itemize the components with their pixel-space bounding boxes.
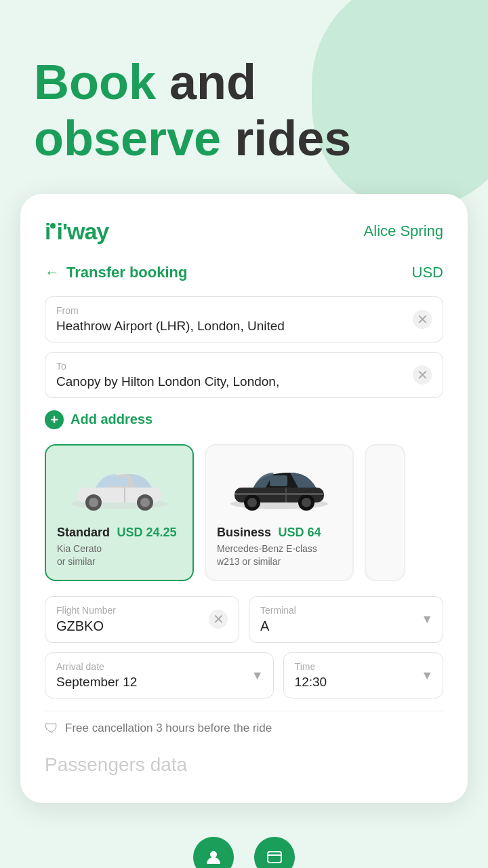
time-field[interactable]: Time 12:30 ▼: [283, 652, 443, 698]
vehicle-business-label: Business: [217, 526, 271, 539]
booking-bar: ← Transfer booking USD: [45, 264, 443, 281]
logo-way: i'way: [56, 218, 108, 245]
svg-rect-18: [268, 852, 281, 863]
svg-point-12: [247, 498, 257, 507]
hero-book: Book: [34, 55, 156, 109]
vehicle-img-standard: [57, 458, 182, 519]
hero-heading: Book and observe rides: [34, 54, 454, 167]
vehicle-price-business: USD 64: [279, 526, 321, 539]
to-value: Canopy by Hilton London City, London,: [56, 374, 432, 389]
date-dropdown-icon[interactable]: ▼: [251, 668, 264, 682]
svg-point-17: [210, 851, 217, 858]
terminal-value: A: [260, 618, 432, 634]
flight-row: Flight Number GZBKO ✕ Terminal A ▼: [45, 596, 443, 643]
cancellation-text: Free cancellation 3 hours before the rid…: [65, 722, 272, 735]
flight-number-field[interactable]: Flight Number GZBKO ✕: [45, 596, 239, 643]
shield-icon: 🛡: [45, 721, 58, 736]
to-input-group[interactable]: To Canopy by Hilton London City, London,…: [45, 352, 443, 398]
datetime-row: Arrival date September 12 ▼ Time 12:30 ▼: [45, 652, 443, 698]
back-arrow-icon: ←: [45, 264, 60, 281]
vehicle-price-standard: USD 24.25: [117, 526, 176, 539]
from-clear-button[interactable]: ✕: [413, 310, 432, 329]
bottom-btn-2[interactable]: [254, 837, 295, 868]
bottom-nav: [0, 830, 488, 868]
vehicle-type-standard: Standard USD 24.25: [57, 526, 182, 540]
currency-label[interactable]: USD: [412, 264, 443, 281]
time-label: Time: [295, 661, 432, 672]
hero-section: Book and observe rides: [0, 0, 488, 194]
passengers-data-label: Passengers data: [45, 754, 443, 776]
vehicle-card-partial[interactable]: [365, 444, 405, 581]
arrival-date-field[interactable]: Arrival date September 12 ▼: [45, 652, 274, 698]
logo-dot: [50, 223, 56, 229]
bottom-btn-1[interactable]: [193, 837, 234, 868]
flight-number-label: Flight Number: [56, 605, 228, 616]
logo-i: i: [45, 218, 50, 245]
from-value: Heathrow Airport (LHR), London, United: [56, 319, 432, 334]
from-input-group[interactable]: From Heathrow Airport (LHR), London, Uni…: [45, 296, 443, 342]
svg-rect-2: [111, 477, 127, 486]
add-address-button[interactable]: + Add address: [45, 410, 443, 429]
flight-number-value: GZBKO: [56, 618, 228, 634]
user-name[interactable]: Alice Spring: [364, 222, 443, 240]
vehicle-type-label: Standard: [57, 526, 110, 539]
car-black-svg: [225, 465, 333, 512]
terminal-label: Terminal: [260, 605, 432, 616]
transfer-booking-label: Transfer booking: [66, 264, 187, 281]
vehicle-card-business[interactable]: Business USD 64 Mercedes-Benz E-class w2…: [205, 444, 354, 581]
to-label: To: [56, 361, 432, 372]
time-dropdown-icon[interactable]: ▼: [421, 668, 433, 682]
terminal-field[interactable]: Terminal A ▼: [249, 596, 443, 643]
arrival-date-value: September 12: [56, 675, 262, 690]
svg-point-6: [140, 498, 150, 507]
app-card: ii'way Alice Spring ← Transfer booking U…: [20, 194, 468, 803]
car-white-svg: [65, 465, 174, 512]
vehicle-type-business: Business USD 64: [217, 526, 342, 540]
add-address-label: Add address: [70, 412, 152, 427]
cancellation-notice: 🛡 Free cancellation 3 hours before the r…: [45, 711, 443, 743]
vehicle-card-standard[interactable]: Standard USD 24.25 Kia Cerato or similar: [45, 444, 194, 581]
vehicle-model-standard: Kia Cerato or similar: [57, 542, 182, 569]
vehicle-img-business: [217, 458, 342, 519]
card-header: ii'way Alice Spring: [45, 218, 443, 245]
add-icon: +: [45, 410, 64, 429]
to-clear-button[interactable]: ✕: [413, 366, 432, 384]
svg-point-4: [89, 498, 98, 507]
back-link[interactable]: ← Transfer booking: [45, 264, 187, 281]
svg-rect-10: [270, 475, 287, 486]
from-label: From: [56, 305, 432, 316]
hero-rides: rides: [221, 111, 351, 165]
terminal-dropdown-icon[interactable]: ▼: [421, 612, 433, 627]
hero-observe: observe: [34, 111, 221, 165]
svg-rect-16: [235, 493, 324, 495]
vehicle-row: Standard USD 24.25 Kia Cerato or similar: [45, 444, 443, 581]
flight-clear-button[interactable]: ✕: [209, 610, 228, 629]
vehicle-model-business: Mercedes-Benz E-class w213 or similar: [217, 542, 342, 569]
arrival-date-label: Arrival date: [56, 661, 262, 672]
hero-and: and: [156, 55, 256, 109]
svg-point-14: [302, 498, 311, 507]
time-value: 12:30: [295, 675, 432, 690]
logo: ii'way: [45, 218, 108, 245]
